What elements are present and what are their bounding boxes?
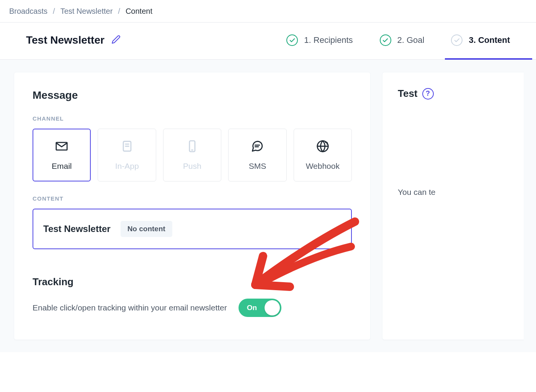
tracking-toggle[interactable]: On xyxy=(239,299,281,317)
main-area: Message CHANNEL Email In-App Push xyxy=(0,60,536,352)
content-label: CONTENT xyxy=(33,195,352,202)
content-name: Test Newsletter xyxy=(43,224,111,234)
check-icon xyxy=(286,34,298,46)
page-header: Test Newsletter 1. Recipients 2. Goal 3.… xyxy=(0,23,536,60)
check-icon xyxy=(380,34,391,46)
test-card: Test ? You can te xyxy=(382,72,524,340)
step-label: 1. Recipients xyxy=(304,35,353,45)
step-content[interactable]: 3. Content xyxy=(451,34,510,46)
channel-label-text: Email xyxy=(52,162,72,171)
content-row[interactable]: Test Newsletter No content xyxy=(33,209,352,249)
push-icon xyxy=(186,140,199,155)
toggle-knob xyxy=(265,300,280,315)
channel-label-text: In-App xyxy=(115,162,139,171)
channel-label: CHANNEL xyxy=(33,115,352,122)
section-title-tracking: Tracking xyxy=(33,276,352,288)
breadcrumb-current: Content xyxy=(126,7,152,16)
sms-icon xyxy=(251,140,264,155)
breadcrumb-separator: / xyxy=(53,7,55,16)
message-card: Message CHANNEL Email In-App Push xyxy=(14,72,371,340)
channel-sms[interactable]: SMS xyxy=(228,129,286,181)
channel-label-text: Push xyxy=(183,162,201,171)
wizard-steps: 1. Recipients 2. Goal 3. Content xyxy=(286,34,510,46)
side-text: You can te xyxy=(398,188,508,197)
edit-icon[interactable] xyxy=(111,35,121,46)
check-icon xyxy=(451,34,462,46)
help-icon[interactable]: ? xyxy=(422,88,434,100)
page-title: Test Newsletter xyxy=(26,34,105,46)
inapp-icon xyxy=(121,140,134,155)
breadcrumb-broadcasts[interactable]: Broadcasts xyxy=(9,7,47,16)
step-goal[interactable]: 2. Goal xyxy=(380,34,425,46)
channel-inapp[interactable]: In-App xyxy=(98,129,156,181)
channel-webhook[interactable]: Webhook xyxy=(294,129,352,181)
step-recipients[interactable]: 1. Recipients xyxy=(286,34,353,46)
tracking-description: Enable click/open tracking within your e… xyxy=(33,303,227,312)
channel-selector: Email In-App Push SMS xyxy=(33,129,352,181)
channel-label-text: Webhook xyxy=(306,162,340,171)
webhook-icon xyxy=(316,140,329,155)
status-badge: No content xyxy=(121,221,172,237)
breadcrumb-parent[interactable]: Test Newsletter xyxy=(60,7,113,16)
channel-email[interactable]: Email xyxy=(33,129,91,181)
step-label: 3. Content xyxy=(469,35,510,45)
channel-label-text: SMS xyxy=(249,162,266,171)
email-icon xyxy=(55,140,68,155)
side-title-test: Test xyxy=(398,88,418,100)
toggle-label: On xyxy=(247,304,257,312)
breadcrumb-separator: / xyxy=(118,7,120,16)
section-title-message: Message xyxy=(33,89,352,101)
channel-push[interactable]: Push xyxy=(163,129,221,181)
step-label: 2. Goal xyxy=(397,35,425,45)
breadcrumb: Broadcasts / Test Newsletter / Content xyxy=(0,0,536,23)
